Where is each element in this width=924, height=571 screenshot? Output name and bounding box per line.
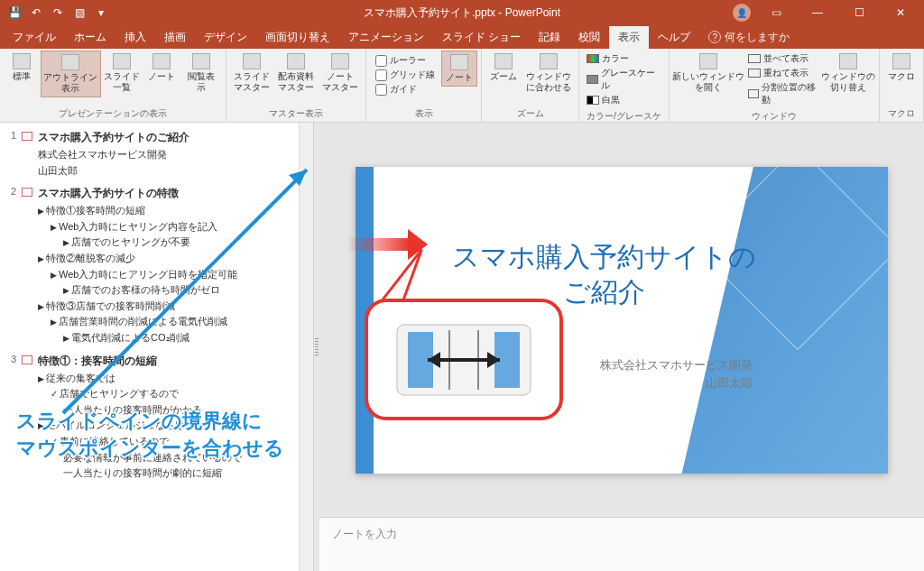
qat-dropdown-icon[interactable]: ▾ [91,3,111,23]
minimize-icon[interactable]: — [801,0,834,25]
outline-line[interactable]: 店舗でヒヤリングするので [38,386,313,402]
account-avatar-icon[interactable]: 👤 [733,4,751,22]
redo-icon[interactable]: ↷ [48,3,68,23]
bw-mode-button[interactable]: 白黒 [587,94,661,106]
outline-slide-icon[interactable] [22,188,32,197]
tab-transitions[interactable]: 画面切り替え [256,26,339,49]
notes-master-button[interactable]: ノート マスター [319,51,362,96]
group-label: ズーム [485,106,575,122]
group-label: マスター表示 [230,106,362,122]
group-show: ルーラー グリッド線 ガイド ノート 表示 [366,49,482,122]
tab-design[interactable]: デザイン [195,26,256,49]
outline-line[interactable]: Web入力時にヒヤリング内容を記入 [38,219,313,235]
outline-line[interactable]: 株式会社スマホサービス開発 [38,147,313,163]
window-title: スマホ購入予約サイト.pptx - PowerPoint [364,5,560,21]
new-window-button[interactable]: 新しいウィンドウ を開く [673,51,744,96]
grayscale-mode-button[interactable]: グレースケール [587,67,661,92]
fit-window-button[interactable]: ウィンドウ に合わせる [522,51,575,96]
reading-view-button[interactable]: 閲覧表示 [180,51,222,96]
tab-record[interactable]: 記録 [530,26,569,49]
slide-canvas-area[interactable]: スマホ購入予約サイトの ご紹介 株式会社スマホサービス開発 山田太郎 [319,123,924,517]
lightbulb-icon: ? [708,31,721,43]
tell-me-search[interactable]: ? 何をしますか [708,30,790,45]
notes-placeholder: ノートを入力 [332,528,397,540]
outline-slide-number: 1 [4,130,16,141]
zoom-button[interactable]: ズーム [485,51,522,85]
outline-slide-title[interactable]: スマホ購入予約サイトの特徴 [38,186,313,201]
ribbon: 標準 アウトライン 表示 スライド 一覧 ノート 閲覧表示 プレゼンテーションの… [0,49,924,123]
slide-sorter-button[interactable]: スライド 一覧 [102,51,143,96]
outline-slide-number: 3 [4,354,16,364]
quick-access-toolbar: 💾 ↶ ↷ ▧ ▾ [0,3,116,23]
outline-line[interactable]: 一人当たりの接客時間が劇的に短縮 [38,465,313,482]
tab-insert[interactable]: 挿入 [116,26,155,49]
group-master-views: スライド マスター 配布資料 マスター ノート マスター マスター表示 [226,49,366,122]
outline-line[interactable]: 従来の集客では [38,371,313,387]
tab-view[interactable]: 表示 [609,26,649,49]
arrange-all-button[interactable]: 並べて表示 [748,52,817,65]
resize-cursor-icon [392,319,536,401]
slide-pane: スマホ購入予約サイトの ご紹介 株式会社スマホサービス開発 山田太郎 [319,123,924,571]
outline-line[interactable]: 店舗でのお客様の待ち時間がゼロ [38,282,313,299]
maximize-icon[interactable]: ☐ [843,0,875,25]
ruler-checkbox[interactable]: ルーラー [375,54,435,67]
outline-line[interactable]: 山田太郎 [38,163,313,180]
group-presentation-views: 標準 アウトライン 表示 スライド 一覧 ノート 閲覧表示 プレゼンテーションの… [0,49,226,122]
group-zoom: ズーム ウィンドウ に合わせる ズーム [482,49,579,122]
outline-slide-icon[interactable] [22,355,32,364]
ribbon-tabs: ファイル ホーム 挿入 描画 デザイン 画面切り替え アニメーション スライド … [0,25,924,49]
outline-line[interactable]: 特徴①接客時間の短縮 [38,203,313,219]
tab-draw[interactable]: 描画 [155,26,195,49]
outline-line[interactable]: 特徴③店舗での接客時間削減 [38,299,313,315]
outline-line[interactable]: 特徴②離脱客の減少 [38,251,313,267]
handout-master-button[interactable]: 配布資料 マスター [274,51,318,96]
save-icon[interactable]: 💾 [5,3,24,23]
outline-slide-icon[interactable] [22,132,32,141]
content-area: 1スマホ購入予約サイトのご紹介株式会社スマホサービス開発山田太郎2スマホ購入予約… [0,123,924,571]
outline-view-button[interactable]: アウトライン 表示 [41,51,101,97]
outline-slide-title[interactable]: 特徴①：接客時間の短縮 [38,354,313,369]
outline-pane[interactable]: 1スマホ購入予約サイトのご紹介株式会社スマホサービス開発山田太郎2スマホ購入予約… [0,123,314,571]
move-split-button[interactable]: 分割位置の移動 [748,81,817,106]
notes-pane[interactable]: ノートを入力 [319,517,924,571]
slide-background-shape [671,167,888,474]
tab-file[interactable]: ファイル [4,26,65,49]
outline-line[interactable]: 店舗営業時間の削減による電気代削減 [38,314,313,330]
group-label: プレゼンテーションの表示 [4,106,222,122]
outline-slide-number: 2 [4,186,16,197]
outline-line[interactable]: 電気代削減によるCO₂削減 [38,330,313,346]
slide-subtitle[interactable]: 株式会社スマホサービス開発 山田太郎 [600,356,753,394]
annotation-text: スライドペインの境界線に マウスポインターを合わせる [16,408,284,461]
ribbon-options-icon[interactable]: ▭ [760,0,792,25]
tab-slideshow[interactable]: スライド ショー [433,26,530,49]
outline-line[interactable]: Web入力時にヒアリング日時を指定可能 [38,267,313,283]
close-icon[interactable]: ✕ [884,0,917,25]
group-window: 新しいウィンドウ を開く 並べて表示 重ねて表示 分割位置の移動 ウィンドウの … [670,49,880,122]
outline-line[interactable]: 店舗でのヒヤリングが不要 [38,235,313,251]
start-slideshow-icon[interactable]: ▧ [69,3,89,23]
tab-help[interactable]: ヘルプ [649,26,699,49]
group-macro: マクロ マクロ [880,49,924,122]
macro-button[interactable]: マクロ [883,51,919,85]
group-color-grayscale: カラー グレースケール 白黒 カラー/グレースケール [579,49,670,122]
annotation-callout [365,299,563,420]
tab-home[interactable]: ホーム [65,26,116,49]
slide-master-button[interactable]: スライド マスター [230,51,273,96]
outline-slide-title[interactable]: スマホ購入予約サイトのご紹介 [38,130,313,145]
group-label: 表示 [370,106,477,122]
switch-window-button[interactable]: ウィンドウの 切り替え [821,51,875,96]
title-bar: 💾 ↶ ↷ ▧ ▾ スマホ購入予約サイト.pptx - PowerPoint 👤… [0,0,924,25]
cascade-button[interactable]: 重ねて表示 [748,67,817,79]
outline-scrollbar[interactable] [299,123,313,571]
color-mode-button[interactable]: カラー [587,52,661,65]
group-label: マクロ [883,106,919,122]
notes-toggle-button[interactable]: ノート [441,51,477,87]
tab-animations[interactable]: アニメーション [339,26,433,49]
undo-icon[interactable]: ↶ [26,3,46,23]
guides-checkbox[interactable]: ガイド [375,83,435,96]
notes-page-button[interactable]: ノート [143,51,180,85]
normal-view-button[interactable]: 標準 [4,51,40,85]
gridlines-checkbox[interactable]: グリッド線 [375,69,435,81]
tab-review[interactable]: 校閲 [569,26,609,49]
tell-me-label: 何をしますか [725,30,790,45]
